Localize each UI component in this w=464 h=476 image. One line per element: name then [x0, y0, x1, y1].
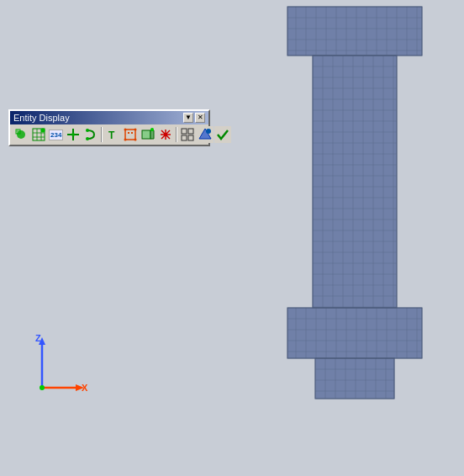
- svg-point-119: [206, 129, 211, 134]
- surface-icon[interactable]: [140, 126, 156, 143]
- toolbar-icon-row: 234 T: [10, 124, 208, 145]
- plus-node-icon[interactable]: [65, 126, 82, 143]
- svg-rect-104: [128, 132, 129, 134]
- svg-rect-116: [182, 135, 187, 140]
- svg-rect-99: [125, 130, 135, 140]
- settings-icon[interactable]: [214, 126, 231, 143]
- toolbar-title: Entity Display: [13, 113, 70, 123]
- svg-marker-107: [150, 130, 154, 139]
- render-icon[interactable]: [197, 126, 214, 143]
- svg-rect-114: [182, 129, 187, 134]
- svg-point-101: [134, 129, 137, 131]
- svg-point-103: [134, 139, 137, 141]
- toolbar-titlebar[interactable]: Entity Display ▼ ✕: [10, 111, 208, 124]
- mesh-display-icon[interactable]: [30, 126, 47, 143]
- svg-point-102: [124, 139, 127, 141]
- svg-point-100: [124, 129, 127, 131]
- svg-rect-18: [313, 56, 397, 308]
- grid-icon[interactable]: [179, 126, 196, 143]
- svg-point-96: [86, 129, 89, 132]
- toolbar-controls: ▼ ✕: [183, 113, 205, 123]
- svg-point-83: [17, 130, 25, 139]
- count-icon[interactable]: 234: [48, 126, 64, 143]
- text-label-icon[interactable]: T: [104, 126, 121, 143]
- close-button[interactable]: ✕: [195, 113, 205, 123]
- svg-point-92: [41, 129, 45, 133]
- coordinate-axes: Z X: [21, 333, 88, 400]
- entity-display-toolbar: Entity Display ▼ ✕: [8, 109, 210, 146]
- svg-text:Z: Z: [35, 333, 41, 343]
- svg-point-108: [150, 128, 154, 131]
- separator-2: [176, 127, 177, 142]
- svg-rect-105: [131, 132, 133, 134]
- element-icon[interactable]: [122, 126, 139, 143]
- bolt-svg: [271, 3, 439, 473]
- svg-text:X: X: [82, 383, 88, 393]
- svg-rect-117: [188, 135, 193, 140]
- svg-point-95: [71, 133, 75, 136]
- svg-point-124: [40, 385, 45, 390]
- svg-rect-106: [142, 130, 150, 139]
- svg-text:T: T: [108, 130, 115, 141]
- separator-1: [101, 127, 103, 142]
- svg-rect-0: [287, 7, 422, 56]
- svg-rect-50: [287, 308, 422, 358]
- curve-icon[interactable]: [82, 126, 99, 143]
- svg-point-97: [86, 137, 89, 140]
- pin-button[interactable]: ▼: [183, 113, 193, 123]
- point-icon[interactable]: [157, 126, 174, 143]
- show-all-icon[interactable]: [13, 126, 29, 143]
- svg-point-113: [164, 133, 167, 136]
- bolt-3d-shape: [271, 0, 439, 476]
- svg-rect-68: [315, 358, 394, 399]
- svg-rect-115: [188, 129, 193, 134]
